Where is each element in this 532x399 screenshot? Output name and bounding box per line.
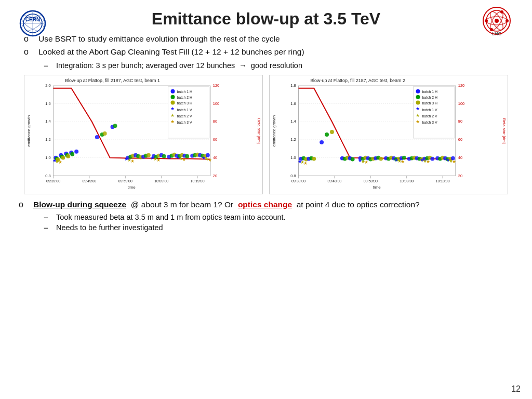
bottom-sub-bullet-1: − Took measured beta at 3.5 m and 1 m fr… bbox=[44, 212, 513, 222]
svg-point-228 bbox=[416, 95, 420, 99]
sub-bullet-item-1: − Integration: 3 s per bunch; averaged o… bbox=[44, 61, 513, 71]
bottom-sub-bullet-marker-2: − bbox=[44, 223, 56, 232]
svg-text:batch 2 V: batch 2 V bbox=[177, 114, 192, 118]
svg-text:120: 120 bbox=[458, 83, 464, 87]
svg-point-202 bbox=[430, 156, 434, 161]
svg-text:★: ★ bbox=[364, 159, 368, 165]
sub-bullet-text-1: Integration: 3 s per bunch; averaged ove… bbox=[56, 61, 302, 71]
svg-text:1.0: 1.0 bbox=[290, 155, 296, 159]
bottom-sub-bullet-marker-1: − bbox=[44, 212, 56, 222]
svg-text:emittance growth: emittance growth bbox=[272, 115, 276, 147]
svg-point-15 bbox=[500, 10, 503, 14]
svg-text:2.0: 2.0 bbox=[45, 83, 50, 87]
svg-text:1.2: 1.2 bbox=[45, 137, 50, 142]
bottom-sub-bullet-text-2: Needs to be further investigated bbox=[56, 223, 163, 233]
svg-text:batch 1 V: batch 1 V bbox=[177, 108, 192, 112]
svg-point-117 bbox=[171, 95, 175, 99]
svg-text:★: ★ bbox=[156, 157, 161, 162]
svg-text:100: 100 bbox=[458, 101, 464, 105]
svg-text:1.6: 1.6 bbox=[45, 101, 50, 105]
svg-text:batch 1 H: batch 1 H bbox=[422, 89, 437, 93]
slide-page: CERN Emittance blow-up at 3.5 TeV bbox=[0, 0, 532, 399]
svg-text:batch 2 V: batch 2 V bbox=[422, 114, 437, 118]
svg-point-167 bbox=[312, 156, 316, 161]
bullet-text-2: Looked at the Abort Gap Cleaning Test Fi… bbox=[38, 47, 304, 58]
svg-text:0.8: 0.8 bbox=[290, 174, 296, 178]
svg-text:batch 3 H: batch 3 H bbox=[422, 101, 437, 104]
svg-point-64 bbox=[66, 154, 70, 158]
bottom-bullet-item-1: o Blow-up during squeeze @ about 3 m for… bbox=[19, 200, 513, 210]
bottom-bullet-text: Blow-up during squeeze @ about 3 m for b… bbox=[33, 200, 420, 210]
charts-row: Blow-up at Flattop, fill 2187, AGC test,… bbox=[19, 75, 513, 194]
bottom-bullet-marker: o bbox=[19, 200, 33, 209]
svg-point-226 bbox=[416, 89, 420, 93]
svg-point-67 bbox=[103, 131, 107, 136]
svg-text:★: ★ bbox=[58, 159, 62, 165]
bottom-sub-bullet-2: − Needs to be further investigated bbox=[44, 223, 513, 233]
svg-text:20: 20 bbox=[458, 174, 462, 178]
chart-beam2: Blow-up at Flattop, fill 2187, AGC test,… bbox=[269, 75, 508, 194]
svg-point-173 bbox=[320, 140, 324, 144]
svg-text:batch 3 V: batch 3 V bbox=[422, 121, 437, 124]
svg-text:10:19:00: 10:19:00 bbox=[191, 179, 205, 183]
svg-text:40: 40 bbox=[213, 155, 217, 159]
svg-text:batch 3 H: batch 3 H bbox=[177, 101, 192, 104]
svg-point-115 bbox=[171, 89, 175, 93]
svg-text:Blow-up at Flattop, fill 2187,: Blow-up at Flattop, fill 2187, AGC test,… bbox=[310, 78, 405, 83]
svg-text:★: ★ bbox=[171, 113, 175, 118]
cern-logo: CERN bbox=[19, 9, 47, 37]
svg-text:80: 80 bbox=[213, 119, 217, 124]
svg-text:09:38:00: 09:38:00 bbox=[291, 179, 305, 183]
svg-text:★: ★ bbox=[416, 113, 420, 118]
svg-text:10:09:00: 10:09:00 bbox=[154, 179, 168, 183]
svg-text:0.8: 0.8 bbox=[45, 174, 50, 178]
svg-text:emittance growth: emittance growth bbox=[26, 115, 31, 147]
svg-point-174 bbox=[325, 132, 329, 137]
svg-text:time: time bbox=[128, 185, 136, 190]
bullet-item-2: o Looked at the Abort Gap Cleaning Test … bbox=[24, 47, 513, 58]
svg-text:10:18:00: 10:18:00 bbox=[436, 179, 450, 183]
svg-text:★: ★ bbox=[416, 119, 420, 124]
svg-text:09:58:00: 09:58:00 bbox=[364, 179, 378, 183]
slide-header: CERN Emittance blow-up at 3.5 TeV bbox=[19, 9, 513, 29]
svg-text:Beta star [dm]: Beta star [dm] bbox=[502, 118, 507, 143]
svg-text:batch 1 V: batch 1 V bbox=[422, 108, 437, 112]
svg-text:time: time bbox=[373, 185, 381, 190]
svg-text:1.4: 1.4 bbox=[290, 119, 296, 124]
svg-text:1.6: 1.6 bbox=[290, 101, 296, 105]
svg-text:Blow-up at Flattop, fill 2187,: Blow-up at Flattop, fill 2187, AGC test,… bbox=[65, 78, 160, 83]
svg-text:100: 100 bbox=[213, 101, 219, 105]
svg-text:★: ★ bbox=[426, 159, 430, 164]
bullet-item-1: o Use BSRT to study emittance evolution … bbox=[24, 34, 513, 45]
svg-text:batch 2 H: batch 2 H bbox=[422, 95, 437, 99]
svg-text:★: ★ bbox=[303, 161, 308, 166]
svg-point-83 bbox=[162, 154, 166, 158]
svg-point-9 bbox=[495, 19, 499, 23]
svg-text:120: 120 bbox=[213, 83, 219, 87]
svg-text:batch 3 V: batch 3 V bbox=[177, 121, 192, 124]
svg-text:★: ★ bbox=[208, 157, 212, 162]
svg-point-184 bbox=[379, 156, 383, 161]
bullet-text-1: Use BSRT to study emittance evolution th… bbox=[38, 34, 280, 45]
svg-text:★: ★ bbox=[452, 159, 456, 164]
svg-text:★: ★ bbox=[401, 159, 405, 164]
svg-text:LHC: LHC bbox=[492, 31, 502, 36]
svg-point-57 bbox=[74, 149, 78, 153]
svg-point-175 bbox=[330, 130, 334, 134]
bottom-section: o Blow-up during squeeze @ about 3 m for… bbox=[19, 200, 513, 233]
svg-point-13 bbox=[506, 19, 509, 22]
svg-text:★: ★ bbox=[171, 119, 175, 124]
sub-bullet-list: − Integration: 3 s per bunch; averaged o… bbox=[44, 61, 513, 71]
svg-text:★: ★ bbox=[130, 158, 135, 163]
svg-text:60: 60 bbox=[213, 137, 217, 142]
svg-text:1.4: 1.4 bbox=[45, 119, 50, 124]
svg-text:10:08:00: 10:08:00 bbox=[400, 179, 414, 183]
svg-text:09:49:00: 09:49:00 bbox=[82, 179, 96, 183]
svg-point-119 bbox=[171, 100, 175, 104]
bullet-list-main: o Use BSRT to study emittance evolution … bbox=[24, 34, 513, 58]
svg-text:batch 2 H: batch 2 H bbox=[177, 95, 192, 99]
sub-bullet-marker-1: − bbox=[44, 61, 56, 70]
chart-beam1: Blow-up at Flattop, fill 2187, AGC test,… bbox=[24, 75, 263, 194]
svg-text:09:48:00: 09:48:00 bbox=[327, 179, 341, 183]
page-number: 12 bbox=[511, 384, 521, 394]
